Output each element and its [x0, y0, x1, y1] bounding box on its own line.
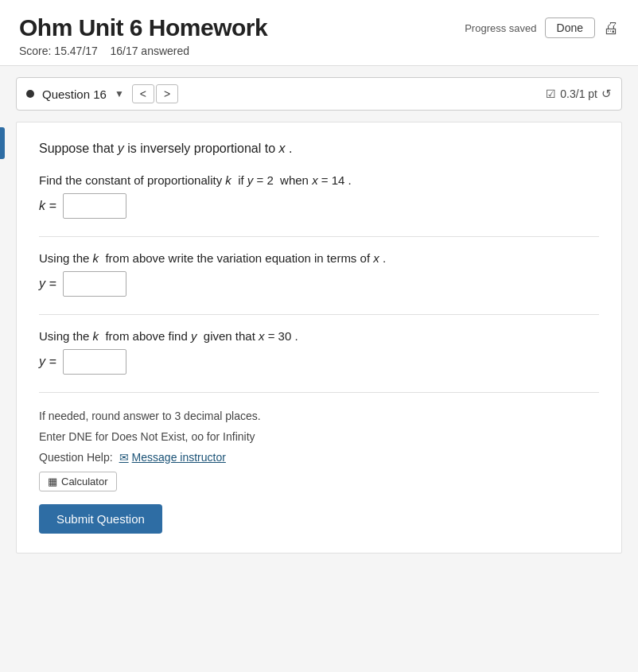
message-instructor-link[interactable]: ✉ Message instructor: [119, 451, 226, 464]
message-instructor-text: Message instructor: [132, 451, 226, 464]
part1-input[interactable]: [63, 193, 126, 219]
part2-problem: Using the k from above write the variati…: [39, 251, 599, 297]
part3-text: Using the k from above find y given that…: [39, 329, 599, 343]
points-value: 0.3/1 pt: [560, 87, 597, 100]
mail-icon: ✉: [119, 451, 129, 464]
note-line1: If needed, round answer to 3 decimal pla…: [39, 407, 599, 425]
question-help: Question Help: ✉ Message instructor: [39, 451, 599, 464]
problem-content: Suppose that y is inversely proportional…: [16, 122, 622, 554]
calculator-label: Calculator: [61, 476, 108, 487]
part3-input[interactable]: [63, 349, 126, 375]
part1-text: Find the constant of proportionality k i…: [39, 173, 599, 187]
question-dot: [26, 90, 34, 98]
next-question-button[interactable]: >: [156, 84, 178, 103]
note-line2: Enter DNE for Does Not Exist, oo for Inf…: [39, 428, 599, 445]
help-label: Question Help:: [39, 451, 113, 464]
part2-text: Using the k from above write the variati…: [39, 251, 599, 265]
calculator-button[interactable]: ▦ Calculator: [39, 472, 117, 491]
submit-button[interactable]: Submit Question: [39, 504, 162, 534]
prev-question-button[interactable]: <: [132, 84, 154, 103]
divider1: [39, 236, 599, 237]
calculator-icon: ▦: [48, 476, 57, 487]
divider3: [39, 392, 599, 393]
part3-problem: Using the k from above find y given that…: [39, 329, 599, 375]
question-bar: Question 16 ▼ < > ☑ 0.3/1 pt ↺: [16, 77, 622, 111]
print-icon[interactable]: 🖨: [603, 19, 619, 37]
done-button[interactable]: Done: [545, 17, 595, 38]
question-label: Question 16: [42, 87, 107, 101]
edit-icon: ☑: [546, 87, 556, 100]
part1-var-label: k =: [39, 199, 56, 213]
part2-input[interactable]: [63, 271, 126, 297]
part1-problem: Find the constant of proportionality k i…: [39, 173, 599, 219]
divider2: [39, 314, 599, 315]
question-dropdown-icon[interactable]: ▼: [115, 88, 124, 99]
left-accent: [0, 127, 5, 159]
page-title: Ohm Unit 6 Homework: [19, 14, 267, 41]
part3-var-label: y =: [39, 355, 56, 369]
part2-var-label: y =: [39, 277, 56, 291]
header: Ohm Unit 6 Homework Progress saved Done …: [0, 0, 638, 66]
score-value: Score: 15.47/17: [19, 45, 98, 57]
problem-intro: Suppose that y is inversely proportional…: [39, 142, 599, 156]
score-line: Score: 15.47/17 16/17 answered: [19, 45, 619, 57]
answered-label: 16/17 answered: [110, 45, 189, 57]
undo-icon[interactable]: ↺: [601, 87, 612, 101]
progress-saved-text: Progress saved: [465, 22, 536, 34]
